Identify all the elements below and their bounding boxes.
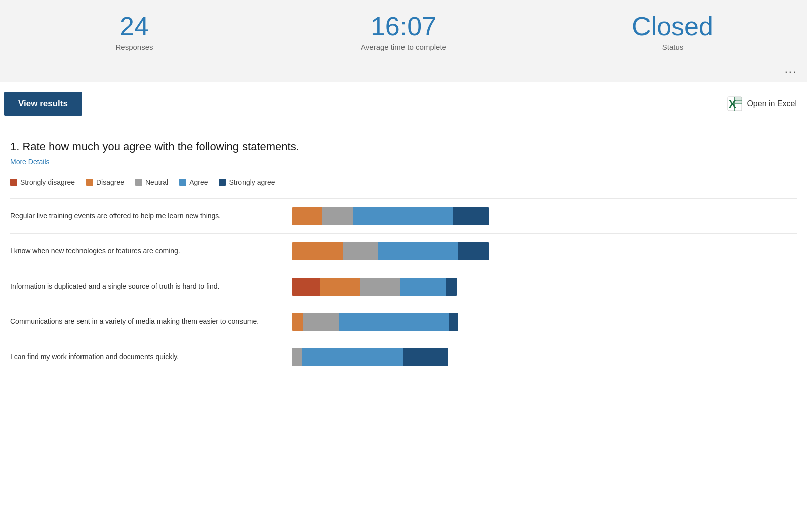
stacked-bar [292,242,489,260]
bar-segment [292,313,303,331]
chart-row: Information is duplicated and a single s… [10,269,797,304]
bar-segment [302,348,403,366]
chart-row: I know when new technologies or features… [10,233,797,269]
bar-segment [446,278,457,296]
question-block: 1. Rate how much you agree with the foll… [10,140,797,178]
chart-row-label: Regular live training events are offered… [10,211,282,221]
bar-segment [320,278,360,296]
bar-segment [292,348,302,366]
stats-bar: 24Responses16:07Average time to complete… [0,0,807,61]
bar-segment [292,242,343,260]
stat-label-responses: Responses [20,43,249,51]
legend-label-agree: Agree [189,178,208,186]
chart-row: I can find my work information and docum… [10,339,797,374]
legend-color-agree [179,179,186,186]
legend-item-strongly-agree: Strongly agree [219,178,275,186]
bar-segment [339,313,449,331]
open-excel-link[interactable]: X Open in Excel [727,96,797,112]
content-area: 1. Rate how much you agree with the foll… [0,125,807,384]
chart-row-label: Information is duplicated and a single s… [10,281,282,292]
chart-row: Regular live training events are offered… [10,198,797,233]
legend-item-disagree: Disagree [86,178,124,186]
stacked-bar [292,207,489,225]
legend: Strongly disagreeDisagreeNeutralAgreeStr… [10,178,797,186]
stat-label-avg-time: Average time to complete [289,43,518,51]
excel-icon: X [727,96,743,112]
bar-segment [343,242,378,260]
stat-value-status: Closed [558,12,787,41]
stat-value-avg-time: 16:07 [289,12,518,41]
chart-row-label: Communications are sent in a variety of … [10,316,282,327]
legend-item-neutral: Neutral [135,178,168,186]
legend-label-disagree: Disagree [96,178,124,186]
legend-color-strongly-disagree [10,179,17,186]
chart-container: Regular live training events are offered… [10,198,797,374]
bar-segment [449,313,458,331]
more-details-link[interactable]: More Details [10,158,50,166]
stacked-bar [292,278,457,296]
bar-segment [458,242,489,260]
open-excel-label: Open in Excel [747,99,797,108]
bar-segment [353,207,453,225]
legend-item-agree: Agree [179,178,208,186]
bar-area [282,278,797,296]
question-number: 1. [10,140,19,153]
legend-color-disagree [86,179,93,186]
stat-item-status: ClosedStatus [538,12,807,51]
bar-area [282,207,797,225]
bar-segment [322,207,353,225]
stacked-bar [292,348,448,366]
stat-item-responses: 24Responses [0,12,269,51]
chart-row-label: I know when new technologies or features… [10,246,282,256]
bar-area [282,348,797,366]
stat-value-responses: 24 [20,12,249,41]
bar-segment [303,313,339,331]
legend-item-strongly-disagree: Strongly disagree [10,178,75,186]
stat-label-status: Status [558,43,787,51]
bar-segment [292,278,320,296]
more-menu: ··· [0,61,807,82]
stacked-bar [292,313,458,331]
legend-label-strongly-agree: Strongly agree [229,178,275,186]
bar-segment [360,278,400,296]
bar-segment [378,242,458,260]
chart-row: Communications are sent in a variety of … [10,304,797,339]
legend-label-neutral: Neutral [145,178,168,186]
action-bar: View results X Open in Excel [0,82,807,125]
more-dots-icon[interactable]: ··· [785,65,797,78]
bar-segment [292,207,322,225]
legend-color-neutral [135,179,142,186]
bar-area [282,313,797,331]
bar-segment [403,348,448,366]
stat-item-avg-time: 16:07Average time to complete [269,12,538,51]
legend-color-strongly-agree [219,179,226,186]
bar-area [282,242,797,260]
view-results-button[interactable]: View results [4,92,82,116]
question-title: 1. Rate how much you agree with the foll… [10,140,797,153]
question-text: Rate how much you agree with the followi… [22,140,299,153]
chart-row-label: I can find my work information and docum… [10,351,282,362]
bar-segment [453,207,489,225]
bar-segment [400,278,446,296]
legend-label-strongly-disagree: Strongly disagree [20,178,75,186]
